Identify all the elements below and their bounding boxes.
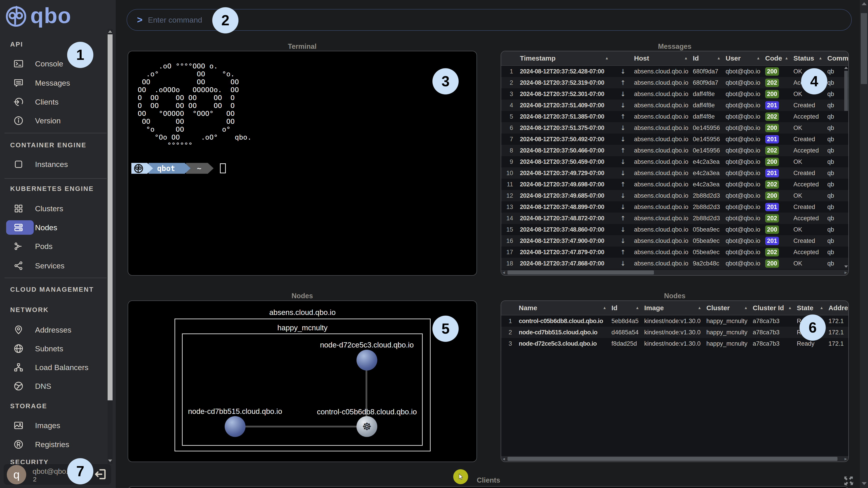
column-header[interactable]: Status▲: [792, 55, 826, 62]
column-header[interactable]: Cluster▲: [705, 304, 751, 312]
logout-button[interactable]: [94, 468, 107, 481]
node-row[interactable]: 1control-c05b6db8.cloud.qbo.io5eb8d4a5ki…: [501, 315, 848, 327]
sort-icon[interactable]: ▲: [756, 56, 760, 61]
page-scrollbar[interactable]: [860, 0, 868, 488]
name-cell: node-d72ce5c3.cloud.qbo.io: [517, 340, 610, 347]
sidebar-section-label: NETWORK: [10, 306, 49, 314]
sort-icon[interactable]: ▲: [636, 306, 639, 310]
message-row[interactable]: 102024-08-12T20:37:49.729-07:00↓absens.c…: [501, 167, 848, 179]
sort-icon[interactable]: ▲: [819, 306, 824, 310]
sidebar-item-label: Version: [35, 116, 61, 125]
column-header[interactable]: Command: [826, 55, 848, 62]
terminal-panel[interactable]: .oO °°°°OOO o. .o° OO °o. OO OO OO OO .o…: [128, 51, 477, 275]
sort-icon[interactable]: ▲: [717, 56, 721, 61]
message-row[interactable]: 22024-08-12T20:37:52.319-07:00↑absens.cl…: [501, 77, 848, 88]
node-sphere[interactable]: [225, 416, 246, 437]
page-scrollbar-thumb[interactable]: [861, 13, 867, 84]
column-header[interactable]: Id▲: [610, 304, 643, 312]
message-row[interactable]: 162024-08-12T20:37:47.900-07:00↓absens.c…: [501, 235, 848, 247]
sort-icon[interactable]: ▲: [744, 306, 748, 310]
nodes-horizontal-scrollbar[interactable]: ◂ ▸: [501, 456, 848, 462]
sidebar-item-images[interactable]: Images: [0, 416, 107, 435]
sidebar-item-pods[interactable]: Pods: [0, 237, 107, 256]
sidebar-scroll-up-icon[interactable]: [108, 30, 112, 33]
sidebar-scroll-down-icon[interactable]: [108, 459, 112, 462]
message-row[interactable]: 92024-08-12T20:37:50.459-07:00↓absens.cl…: [501, 156, 848, 167]
messages-hscroll-right-icon[interactable]: ▸: [844, 270, 847, 275]
app-logo[interactable]: qbo: [5, 3, 71, 28]
sort-icon[interactable]: ▲: [818, 56, 822, 61]
sidebar-item-clients[interactable]: Clients: [0, 92, 107, 111]
page-scroll-up-icon[interactable]: [862, 2, 867, 5]
sidebar-item-messages[interactable]: Messages: [0, 73, 107, 92]
sidebar-item-version[interactable]: Version: [0, 111, 107, 130]
messages-vscroll-thumb[interactable]: [844, 71, 848, 111]
page-scroll-down-icon[interactable]: [862, 482, 867, 485]
node-row[interactable]: 3node-d72ce5c3.cloud.qbo.iof8dad25dkinde…: [501, 338, 848, 349]
message-row[interactable]: 182024-08-12T20:37:47.868-07:00↓absens.c…: [501, 258, 848, 269]
column-header[interactable]: Address: [827, 304, 848, 312]
messages-scroll-up-icon[interactable]: [844, 67, 848, 69]
sort-icon[interactable]: ▲: [684, 56, 688, 61]
column-header[interactable]: Timestamp▲: [518, 55, 612, 62]
sidebar-item-instances[interactable]: Instances: [0, 155, 107, 174]
column-header[interactable]: Image▲: [643, 304, 705, 312]
message-row[interactable]: 82024-08-12T20:37:50.466-07:00↑absens.cl…: [501, 145, 848, 156]
messages-hscroll-thumb[interactable]: [507, 270, 654, 274]
message-row[interactable]: 52024-08-12T20:37:51.385-07:00↑absens.cl…: [501, 111, 848, 122]
state-cell: Ready: [795, 340, 827, 347]
host-cell: absens.cloud.qbo.io: [632, 79, 691, 86]
expand-icon[interactable]: [842, 475, 855, 487]
sidebar-item-services[interactable]: Services: [0, 256, 107, 275]
message-row[interactable]: 142024-08-12T20:37:48.872-07:00↑absens.c…: [501, 213, 848, 224]
node-sphere[interactable]: [356, 350, 377, 370]
message-row[interactable]: 152024-08-12T20:37:48.860-07:00↓absens.c…: [501, 224, 848, 235]
message-row[interactable]: 72024-08-12T20:37:50.492-07:00↓absens.cl…: [501, 133, 848, 145]
message-row[interactable]: 112024-08-12T20:37:49.698-07:00↑absens.c…: [501, 179, 848, 190]
sort-icon[interactable]: ▲: [784, 56, 788, 61]
node-row[interactable]: 2node-cd7bb515.cloud.qbo.iod4685a54kinde…: [501, 327, 848, 338]
sidebar-item-dns[interactable]: DNS: [0, 377, 107, 396]
sidebar-item-subnets[interactable]: Subnets: [0, 339, 107, 358]
message-row[interactable]: 12024-08-12T20:37:52.428-07:00↓absens.cl…: [501, 66, 848, 77]
status-cell: Accepted: [792, 215, 826, 222]
avatar[interactable]: q: [7, 465, 26, 484]
messages-vertical-scrollbar[interactable]: [844, 66, 848, 271]
messages-horizontal-scrollbar[interactable]: ◂ ▸: [501, 270, 848, 275]
sidebar-scrollbar-thumb[interactable]: [107, 34, 113, 400]
sort-icon[interactable]: ▲: [605, 56, 609, 61]
nodes-hscroll-thumb[interactable]: [507, 457, 837, 461]
sort-icon[interactable]: ▲: [698, 306, 702, 310]
column-header[interactable]: Cluster Id▲: [751, 304, 795, 312]
sidebar-item-nodes[interactable]: Nodes: [0, 218, 107, 237]
command-input[interactable]: [148, 15, 804, 24]
sort-icon[interactable]: ▲: [602, 306, 607, 310]
column-header[interactable]: State▲: [795, 304, 827, 312]
nodes-hscroll-right-icon[interactable]: ▸: [844, 456, 847, 462]
message-row[interactable]: 122024-08-12T20:37:49.685-07:00↓absens.c…: [501, 190, 848, 201]
messages-scroll-down-icon[interactable]: [844, 265, 848, 268]
sidebar-item-clusters[interactable]: Clusters: [0, 199, 107, 218]
column-header[interactable]: Host▲: [632, 55, 691, 62]
column-header[interactable]: User▲: [724, 55, 763, 62]
sidebar-item-load-balancers[interactable]: Load Balancers: [0, 358, 107, 377]
column-header[interactable]: Id▲: [691, 55, 724, 62]
column-header[interactable]: Name▲: [517, 304, 610, 312]
message-row[interactable]: 172024-08-12T20:37:47.879-07:00↑absens.c…: [501, 247, 848, 258]
sidebar-item-addresses[interactable]: Addresses: [0, 320, 107, 339]
message-row[interactable]: 42024-08-12T20:37:51.409-07:00↓absens.cl…: [501, 100, 848, 111]
sidebar-item-registries[interactable]: Registries: [0, 435, 107, 454]
terminal-cursor[interactable]: [220, 163, 226, 173]
messages-hscroll-left-icon[interactable]: ◂: [502, 270, 505, 275]
sort-icon[interactable]: ▲: [788, 306, 792, 310]
control-node-sphere[interactable]: ☸: [356, 416, 377, 437]
node-label: node-d72ce5c3.cloud.qbo.io: [320, 341, 414, 349]
message-row[interactable]: 32024-08-12T20:37:52.301-07:00↓absens.cl…: [501, 88, 848, 100]
sidebar-item-label: Services: [35, 261, 64, 270]
nodes-hscroll-left-icon[interactable]: ◂: [502, 456, 505, 462]
message-row[interactable]: 132024-08-12T20:37:48.899-07:00↓absens.c…: [501, 201, 848, 213]
column-header-label: Cluster: [706, 304, 730, 312]
clients-panel-top-edge: [128, 486, 849, 488]
column-header[interactable]: Code▲: [763, 55, 792, 62]
message-row[interactable]: 62024-08-12T20:37:51.375-07:00↓absens.cl…: [501, 122, 848, 133]
